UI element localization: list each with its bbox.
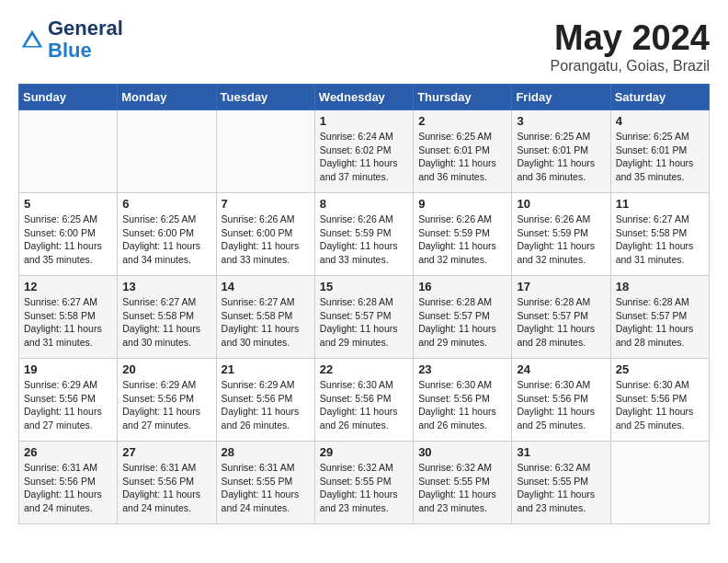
calendar-cell: 2Sunrise: 6:25 AM Sunset: 6:01 PM Daylig… <box>414 110 512 193</box>
day-info: Sunrise: 6:25 AM Sunset: 6:01 PM Dayligh… <box>517 130 605 184</box>
day-info: Sunrise: 6:24 AM Sunset: 6:02 PM Dayligh… <box>320 130 408 184</box>
day-info: Sunrise: 6:25 AM Sunset: 6:01 PM Dayligh… <box>418 130 506 184</box>
calendar-cell: 7Sunrise: 6:26 AM Sunset: 6:00 PM Daylig… <box>216 193 314 276</box>
logo: General Blue <box>18 18 123 63</box>
day-info: Sunrise: 6:28 AM Sunset: 5:57 PM Dayligh… <box>418 295 506 350</box>
calendar-cell: 27Sunrise: 6:31 AM Sunset: 5:56 PM Dayli… <box>118 442 216 524</box>
page-header: General Blue May 2024 Porangatu, Goias, … <box>18 18 710 75</box>
title-area: May 2024 Porangatu, Goias, Brazil <box>551 18 710 75</box>
calendar-cell: 19Sunrise: 6:29 AM Sunset: 5:56 PM Dayli… <box>19 359 118 442</box>
calendar-cell: 9Sunrise: 6:26 AM Sunset: 5:59 PM Daylig… <box>414 193 512 276</box>
day-number: 27 <box>122 445 210 459</box>
day-number: 19 <box>24 362 112 376</box>
month-title: May 2024 <box>551 18 710 58</box>
logo-general: General <box>48 18 123 39</box>
day-info: Sunrise: 6:29 AM Sunset: 5:56 PM Dayligh… <box>222 378 310 432</box>
week-row-2: 5Sunrise: 6:25 AM Sunset: 6:00 PM Daylig… <box>19 193 710 276</box>
calendar-cell: 3Sunrise: 6:25 AM Sunset: 6:01 PM Daylig… <box>512 110 610 193</box>
day-number: 9 <box>418 197 506 211</box>
day-number: 2 <box>418 114 506 128</box>
day-info: Sunrise: 6:30 AM Sunset: 5:56 PM Dayligh… <box>320 378 408 432</box>
day-number: 17 <box>517 280 605 293</box>
day-number: 18 <box>616 280 704 293</box>
day-info: Sunrise: 6:32 AM Sunset: 5:55 PM Dayligh… <box>517 461 605 515</box>
calendar-cell <box>610 442 709 524</box>
logo-icon <box>18 27 46 54</box>
day-info: Sunrise: 6:26 AM Sunset: 5:59 PM Dayligh… <box>517 213 605 267</box>
day-number: 21 <box>222 362 310 376</box>
day-number: 29 <box>320 445 408 459</box>
day-number: 5 <box>24 197 112 211</box>
day-info: Sunrise: 6:29 AM Sunset: 5:56 PM Dayligh… <box>24 378 112 432</box>
day-info: Sunrise: 6:27 AM Sunset: 5:58 PM Dayligh… <box>616 213 704 267</box>
week-row-3: 12Sunrise: 6:27 AM Sunset: 5:58 PM Dayli… <box>19 276 710 359</box>
week-row-1: 1Sunrise: 6:24 AM Sunset: 6:02 PM Daylig… <box>19 110 710 193</box>
calendar-cell: 10Sunrise: 6:26 AM Sunset: 5:59 PM Dayli… <box>512 193 610 276</box>
day-info: Sunrise: 6:27 AM Sunset: 5:58 PM Dayligh… <box>222 295 310 350</box>
day-info: Sunrise: 6:25 AM Sunset: 6:00 PM Dayligh… <box>122 213 210 267</box>
day-info: Sunrise: 6:27 AM Sunset: 5:58 PM Dayligh… <box>24 295 112 350</box>
calendar-cell: 18Sunrise: 6:28 AM Sunset: 5:57 PM Dayli… <box>610 276 709 359</box>
day-info: Sunrise: 6:26 AM Sunset: 6:00 PM Dayligh… <box>222 213 310 267</box>
calendar-cell: 14Sunrise: 6:27 AM Sunset: 5:58 PM Dayli… <box>216 276 314 359</box>
day-number: 10 <box>517 197 605 211</box>
day-number: 4 <box>616 114 704 128</box>
day-number: 14 <box>222 280 310 293</box>
week-row-4: 19Sunrise: 6:29 AM Sunset: 5:56 PM Dayli… <box>19 359 710 442</box>
day-info: Sunrise: 6:31 AM Sunset: 5:55 PM Dayligh… <box>222 461 310 515</box>
day-info: Sunrise: 6:29 AM Sunset: 5:56 PM Dayligh… <box>122 378 210 432</box>
day-info: Sunrise: 6:27 AM Sunset: 5:58 PM Dayligh… <box>122 295 210 350</box>
calendar-cell: 25Sunrise: 6:30 AM Sunset: 5:56 PM Dayli… <box>610 359 709 442</box>
day-info: Sunrise: 6:31 AM Sunset: 5:56 PM Dayligh… <box>122 461 210 515</box>
day-info: Sunrise: 6:26 AM Sunset: 5:59 PM Dayligh… <box>418 213 506 267</box>
calendar-cell: 28Sunrise: 6:31 AM Sunset: 5:55 PM Dayli… <box>216 442 314 524</box>
day-number: 26 <box>24 445 112 459</box>
calendar-cell: 5Sunrise: 6:25 AM Sunset: 6:00 PM Daylig… <box>19 193 118 276</box>
weekday-header-tuesday: Tuesday <box>216 85 314 110</box>
calendar-cell: 6Sunrise: 6:25 AM Sunset: 6:00 PM Daylig… <box>118 193 216 276</box>
calendar-cell: 20Sunrise: 6:29 AM Sunset: 5:56 PM Dayli… <box>118 359 216 442</box>
day-number: 30 <box>418 445 506 459</box>
day-number: 8 <box>320 197 408 211</box>
day-number: 1 <box>320 114 408 128</box>
calendar-cell: 13Sunrise: 6:27 AM Sunset: 5:58 PM Dayli… <box>118 276 216 359</box>
day-info: Sunrise: 6:30 AM Sunset: 5:56 PM Dayligh… <box>616 378 704 432</box>
day-number: 25 <box>616 362 704 376</box>
weekday-header-saturday: Saturday <box>610 85 709 110</box>
day-number: 6 <box>122 197 210 211</box>
day-number: 13 <box>122 280 210 293</box>
calendar-cell: 24Sunrise: 6:30 AM Sunset: 5:56 PM Dayli… <box>512 359 610 442</box>
day-number: 28 <box>222 445 310 459</box>
week-row-5: 26Sunrise: 6:31 AM Sunset: 5:56 PM Dayli… <box>19 442 710 524</box>
day-info: Sunrise: 6:25 AM Sunset: 6:00 PM Dayligh… <box>24 213 112 267</box>
calendar-cell: 12Sunrise: 6:27 AM Sunset: 5:58 PM Dayli… <box>19 276 118 359</box>
day-info: Sunrise: 6:32 AM Sunset: 5:55 PM Dayligh… <box>320 461 408 515</box>
calendar-cell: 21Sunrise: 6:29 AM Sunset: 5:56 PM Dayli… <box>216 359 314 442</box>
day-info: Sunrise: 6:31 AM Sunset: 5:56 PM Dayligh… <box>24 461 112 515</box>
weekday-header-row: SundayMondayTuesdayWednesdayThursdayFrid… <box>19 85 710 110</box>
day-info: Sunrise: 6:30 AM Sunset: 5:56 PM Dayligh… <box>418 378 506 432</box>
calendar-cell <box>216 110 314 193</box>
calendar-cell: 22Sunrise: 6:30 AM Sunset: 5:56 PM Dayli… <box>314 359 413 442</box>
calendar-cell <box>118 110 216 193</box>
calendar-cell: 17Sunrise: 6:28 AM Sunset: 5:57 PM Dayli… <box>512 276 610 359</box>
calendar-cell: 23Sunrise: 6:30 AM Sunset: 5:56 PM Dayli… <box>414 359 512 442</box>
weekday-header-monday: Monday <box>118 85 216 110</box>
weekday-header-sunday: Sunday <box>19 85 118 110</box>
day-number: 3 <box>517 114 605 128</box>
day-info: Sunrise: 6:28 AM Sunset: 5:57 PM Dayligh… <box>517 295 605 350</box>
day-number: 15 <box>320 280 408 293</box>
day-info: Sunrise: 6:26 AM Sunset: 5:59 PM Dayligh… <box>320 213 408 267</box>
day-number: 24 <box>517 362 605 376</box>
calendar-cell: 16Sunrise: 6:28 AM Sunset: 5:57 PM Dayli… <box>414 276 512 359</box>
calendar-cell: 11Sunrise: 6:27 AM Sunset: 5:58 PM Dayli… <box>610 193 709 276</box>
weekday-header-wednesday: Wednesday <box>314 85 413 110</box>
day-number: 11 <box>616 197 704 211</box>
calendar-table: SundayMondayTuesdayWednesdayThursdayFrid… <box>18 84 710 524</box>
day-info: Sunrise: 6:32 AM Sunset: 5:55 PM Dayligh… <box>418 461 506 515</box>
calendar-cell: 29Sunrise: 6:32 AM Sunset: 5:55 PM Dayli… <box>314 442 413 524</box>
calendar-cell: 15Sunrise: 6:28 AM Sunset: 5:57 PM Dayli… <box>314 276 413 359</box>
weekday-header-thursday: Thursday <box>414 85 512 110</box>
weekday-header-friday: Friday <box>512 85 610 110</box>
day-info: Sunrise: 6:28 AM Sunset: 5:57 PM Dayligh… <box>320 295 408 350</box>
